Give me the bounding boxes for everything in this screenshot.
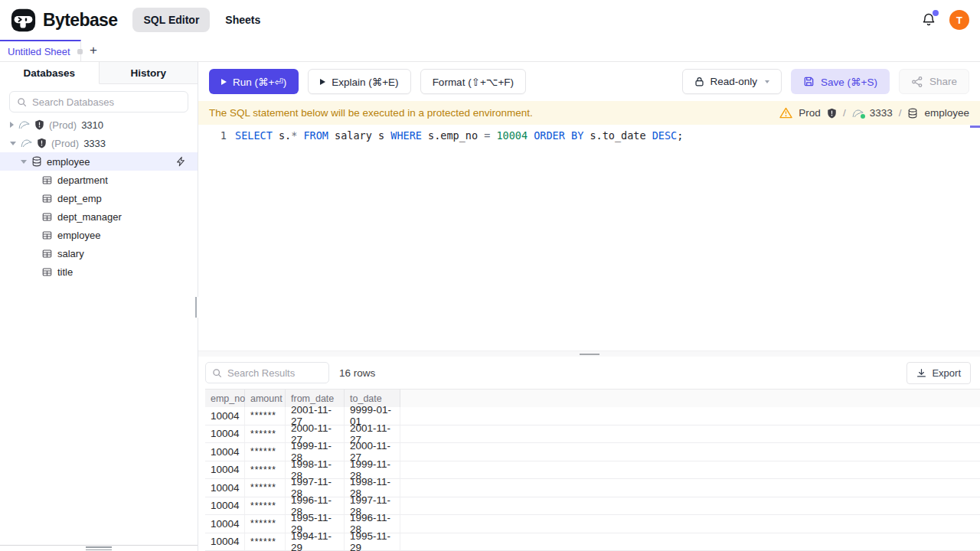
share-icon bbox=[911, 76, 923, 88]
save-button[interactable]: Save (⌘+S) bbox=[791, 69, 890, 94]
cell-amount-masked: ****** bbox=[245, 533, 286, 551]
play-icon bbox=[320, 79, 325, 85]
database-tree: (Prod) 3310 (Prod) 3333 bbox=[0, 116, 198, 281]
tree-table-item[interactable]: employee bbox=[0, 226, 198, 244]
chevron-down-icon bbox=[765, 80, 769, 83]
new-sheet-button[interactable]: + bbox=[81, 40, 106, 61]
caret-down-icon[interactable] bbox=[21, 160, 27, 164]
notification-badge bbox=[933, 10, 939, 16]
cell-emp-no: 10004 bbox=[205, 407, 245, 425]
database-crumb[interactable]: employee bbox=[924, 107, 969, 119]
sidebar-tab-history[interactable]: History bbox=[100, 62, 198, 84]
sidebar-bottom-resize-handle[interactable] bbox=[86, 546, 112, 550]
code-line-1: 1 SELECT s.* FROM salary s WHERE s.emp_n… bbox=[198, 125, 980, 143]
share-button[interactable]: Share bbox=[899, 69, 969, 94]
cell-amount-masked: ****** bbox=[245, 479, 286, 497]
table-name: dept_emp bbox=[57, 193, 102, 204]
cell-emp-no: 10004 bbox=[205, 425, 245, 443]
table-icon bbox=[42, 249, 52, 259]
line-number: 1 bbox=[198, 129, 227, 143]
tree-instance-3310[interactable]: (Prod) 3310 bbox=[0, 116, 198, 134]
table-name: employee bbox=[57, 230, 100, 241]
cell-emp-no: 10004 bbox=[205, 461, 245, 479]
search-databases-input[interactable] bbox=[32, 96, 181, 108]
results-toolbar: 16 rows Export bbox=[198, 357, 980, 389]
readonly-mode-select[interactable]: Read-only bbox=[682, 69, 782, 94]
shield-icon bbox=[37, 138, 47, 148]
search-results-input[interactable] bbox=[227, 367, 322, 379]
cell-emp-no: 10004 bbox=[205, 443, 245, 461]
database-search-box bbox=[9, 91, 188, 112]
cell-emp-no: 10004 bbox=[205, 515, 245, 533]
explain-button[interactable]: Explain (⌘+E) bbox=[308, 69, 410, 94]
cell-amount-masked: ****** bbox=[245, 497, 286, 515]
table-list: department dept_emp bbox=[0, 171, 198, 281]
results-table: emp_no amount from_date to_date 10004 **… bbox=[205, 389, 980, 551]
run-button[interactable]: Run (⌘+⏎) bbox=[209, 69, 299, 94]
banner-message: The SQL statement below will be executed… bbox=[209, 107, 533, 119]
table-row[interactable]: 10004 ****** 1994-11-29 1995-11-29 bbox=[205, 533, 980, 551]
shield-icon bbox=[827, 108, 837, 119]
tree-table-item[interactable]: department bbox=[0, 171, 198, 189]
tree-instance-3333[interactable]: (Prod) 3333 bbox=[0, 134, 198, 152]
avatar[interactable]: T bbox=[949, 10, 969, 30]
tree-table-item[interactable]: dept_manager bbox=[0, 207, 198, 226]
app-header: Bytebase SQL Editor Sheets T bbox=[0, 0, 980, 40]
editor-overview-ruler-mark bbox=[970, 126, 980, 128]
warning-triangle-icon bbox=[779, 107, 792, 119]
nav-sheets[interactable]: Sheets bbox=[214, 8, 271, 32]
tree-table-item[interactable]: dept_emp bbox=[0, 189, 198, 207]
tab-untitled-sheet[interactable]: Untitled Sheet bbox=[0, 40, 81, 61]
tree-database-employee[interactable]: employee bbox=[0, 152, 198, 171]
play-icon bbox=[221, 79, 227, 85]
tree-table-item[interactable]: salary bbox=[0, 244, 198, 262]
results-panel: 16 rows Export emp_no amount from_date t… bbox=[198, 357, 980, 551]
results-panel-divider[interactable] bbox=[198, 350, 980, 357]
table-name: department bbox=[57, 174, 108, 186]
format-button[interactable]: Format (⇧+⌥+F) bbox=[420, 69, 526, 94]
cell-amount-masked: ****** bbox=[245, 425, 286, 443]
table-icon bbox=[42, 267, 52, 277]
table-icon bbox=[42, 230, 52, 240]
nav-sql-editor[interactable]: SQL Editor bbox=[132, 8, 210, 32]
instance-crumb[interactable]: 3333 bbox=[870, 107, 893, 119]
lock-icon bbox=[694, 77, 704, 86]
column-header-amount[interactable]: amount bbox=[245, 390, 286, 407]
bytebase-logo[interactable]: Bytebase bbox=[11, 8, 117, 33]
sql-token bbox=[528, 129, 534, 142]
instance-name: 3310 bbox=[81, 119, 103, 131]
caret-down-icon[interactable] bbox=[10, 142, 16, 145]
editor-toolbar: Run (⌘+⏎) Explain (⌘+E) Format (⇧+⌥+F) R… bbox=[198, 62, 980, 101]
bytebase-logo-icon bbox=[11, 8, 36, 33]
cell-amount-masked: ****** bbox=[245, 515, 286, 533]
instance-name: 3333 bbox=[83, 138, 106, 149]
table-name: salary bbox=[57, 248, 84, 259]
cell-emp-no: 10004 bbox=[205, 479, 245, 497]
sql-statement: SELECT s.* FROM salary s WHERE s.emp_no … bbox=[235, 129, 683, 143]
cell-emp-no: 10004 bbox=[205, 497, 245, 515]
env-label: (Prod) bbox=[51, 138, 79, 149]
header-filler bbox=[400, 390, 980, 407]
environment-label: Prod bbox=[799, 107, 821, 119]
export-button[interactable]: Export bbox=[906, 362, 971, 384]
caret-right-icon[interactable] bbox=[10, 122, 14, 128]
column-header-emp-no[interactable]: emp_no bbox=[205, 390, 245, 407]
notifications-bell-icon[interactable] bbox=[921, 12, 936, 28]
sheet-tab-label: Untitled Sheet bbox=[8, 46, 70, 57]
sql-token: DESC bbox=[652, 129, 678, 142]
sql-token: FROM bbox=[303, 129, 328, 142]
tree-table-item[interactable]: title bbox=[0, 262, 198, 281]
download-icon bbox=[916, 368, 926, 378]
quick-action-bolt-icon[interactable] bbox=[175, 156, 186, 167]
sql-token: s.to_date bbox=[583, 129, 652, 142]
cell-from-date: 1994-11-29 bbox=[286, 533, 345, 551]
cell-amount-masked: ****** bbox=[245, 461, 286, 479]
mysql-icon bbox=[18, 120, 30, 129]
sql-editor[interactable]: 1 SELECT s.* FROM salary s WHERE s.emp_n… bbox=[198, 125, 980, 350]
cell-to-date: 1995-11-29 bbox=[345, 533, 400, 551]
sheet-tabbar: Untitled Sheet + bbox=[0, 40, 980, 62]
sql-token: salary s bbox=[328, 129, 390, 142]
cell-amount-masked: ****** bbox=[245, 443, 286, 461]
sql-token: s.emp_no bbox=[422, 129, 484, 142]
sidebar-tab-databases[interactable]: Databases bbox=[0, 62, 100, 84]
